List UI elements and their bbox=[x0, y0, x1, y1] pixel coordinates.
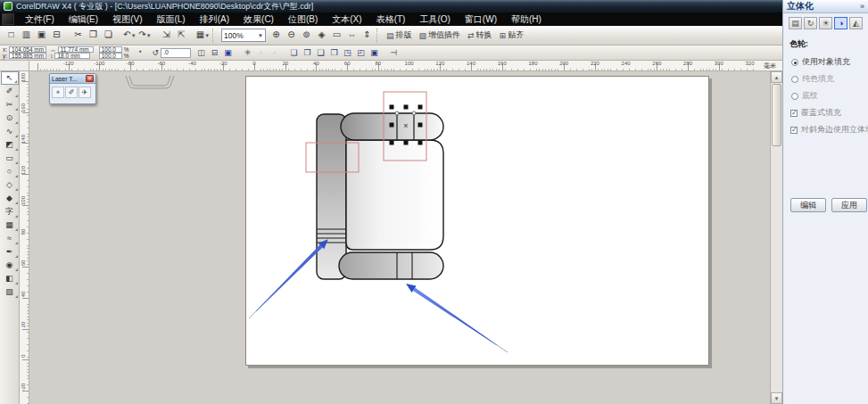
interactive-blend-tool[interactable]: ≈ bbox=[1, 232, 19, 245]
menu-view[interactable]: 视图(V) bbox=[105, 12, 149, 26]
extrude-rotation-tab[interactable]: ↻ bbox=[804, 17, 817, 29]
zoom-out-button[interactable]: ⊖ bbox=[284, 28, 299, 43]
order-backward-button[interactable]: ▣ bbox=[368, 46, 381, 60]
edit-button[interactable]: 编辑 bbox=[790, 198, 826, 212]
zoom-tool[interactable]: ⊙ bbox=[1, 111, 19, 125]
eyedropper-tool[interactable]: ✒ bbox=[1, 245, 19, 259]
object-height-field[interactable]: 18.0 mm bbox=[54, 53, 90, 59]
save-button[interactable]: ▣ bbox=[34, 28, 49, 43]
laser-toolbar-titlebar[interactable]: Laser T... ✕ bbox=[50, 74, 95, 84]
menu-bitmaps[interactable]: 位图(B) bbox=[281, 12, 325, 26]
convert-button[interactable]: ⇄ 转换 bbox=[464, 28, 496, 43]
open-button[interactable]: ▥ bbox=[19, 28, 34, 43]
zoom-in-button[interactable]: ⊕ bbox=[269, 28, 284, 43]
document-menu-icon[interactable] bbox=[2, 13, 14, 25]
y-position-field[interactable]: 155.885 mm bbox=[9, 53, 46, 59]
shading-radio[interactable]: 底纹 bbox=[783, 87, 868, 104]
menu-edit[interactable]: 编辑(E) bbox=[62, 12, 105, 26]
value-added-plugins-button[interactable]: ▧ 增值插件 bbox=[416, 28, 465, 43]
order-to-front-button[interactable]: ❒ bbox=[327, 46, 341, 60]
outline-tool[interactable]: ◉ bbox=[1, 259, 19, 272]
annotation-arrow-left[interactable] bbox=[249, 239, 328, 318]
menu-window[interactable]: 窗口(W) bbox=[458, 12, 504, 26]
typesetting-button[interactable]: ▤ 排版 bbox=[383, 28, 416, 43]
ellipse-tool[interactable]: ○ bbox=[1, 165, 19, 178]
freehand-tool[interactable]: ∿ bbox=[1, 125, 19, 138]
zoom-page-button[interactable]: ▭ bbox=[329, 28, 344, 43]
rotation-angle-field[interactable]: .0 bbox=[161, 48, 191, 58]
rectangle-tool[interactable]: ▭ bbox=[1, 152, 19, 165]
lock-ratio-button[interactable]: ▪ bbox=[136, 47, 145, 58]
cut-button[interactable]: ✂ bbox=[70, 28, 86, 43]
table-tool[interactable]: ▦ bbox=[1, 218, 19, 232]
bevel-extrude-fill-checkbox[interactable]: 对斜角边使用立体填充 bbox=[783, 121, 868, 138]
zoom-all-objects-button[interactable]: ◈ bbox=[314, 28, 329, 43]
extrude-camera-tab[interactable]: ▤ bbox=[789, 17, 802, 29]
laser-tool-button-1[interactable]: ⌖ bbox=[52, 87, 64, 98]
polygon-tool[interactable]: ◇ bbox=[1, 178, 19, 192]
import-button[interactable]: ⇲ bbox=[159, 28, 174, 43]
scroll-down-button[interactable]: ▼ bbox=[771, 392, 782, 404]
extrude-color-tab[interactable]: ◑ bbox=[834, 17, 847, 29]
group-button[interactable]: ❐ bbox=[301, 46, 314, 60]
menu-text[interactable]: 文本(X) bbox=[325, 12, 368, 26]
text-wrap-button[interactable]: ▣ bbox=[221, 46, 235, 60]
weld-button[interactable]: ▫ bbox=[254, 46, 268, 60]
ungroup-button[interactable]: ❑ bbox=[314, 46, 327, 60]
laser-tool-button-3[interactable]: ✈ bbox=[79, 87, 91, 98]
solid-fill-radio[interactable]: 纯色填充 bbox=[783, 70, 868, 87]
menu-table[interactable]: 表格(T) bbox=[369, 12, 413, 26]
pick-tool[interactable]: ↖ bbox=[1, 71, 19, 85]
interactive-fill-tool[interactable]: ▨ bbox=[1, 285, 19, 299]
crop-tool[interactable]: ✂ bbox=[1, 98, 19, 111]
effects-button[interactable]: ✳ bbox=[241, 46, 254, 60]
docker-collapse-icon[interactable]: » bbox=[860, 2, 864, 11]
zoom-page-width-button[interactable]: ⇔ bbox=[344, 28, 360, 43]
undo-button[interactable]: ↶▼ bbox=[122, 28, 137, 43]
basic-shapes-tool[interactable]: ◆ bbox=[1, 192, 19, 205]
laser-tool-button-2[interactable]: ✐ bbox=[65, 87, 78, 98]
horizontal-ruler[interactable]: -120-100-80-60-40-2002040608010012014016… bbox=[29, 61, 757, 71]
vertical-ruler[interactable]: 180160140120100806040200-20 bbox=[20, 71, 29, 404]
menu-help[interactable]: 帮助(H) bbox=[504, 12, 549, 26]
application-launcher-button[interactable]: ▦▼ bbox=[195, 28, 211, 43]
bracket-object[interactable] bbox=[126, 76, 174, 88]
trim-button[interactable]: ▫ bbox=[268, 46, 281, 60]
scrollbar-track[interactable] bbox=[771, 147, 782, 392]
object-width-field[interactable]: 11.774 mm bbox=[58, 46, 94, 53]
order-to-back-button[interactable]: ◳ bbox=[341, 46, 354, 60]
device-body[interactable] bbox=[346, 140, 443, 250]
annotation-arrow-right[interactable] bbox=[406, 284, 508, 352]
dropdown-arrow-icon[interactable]: ▼ bbox=[131, 33, 136, 38]
menu-tools[interactable]: 工具(O) bbox=[412, 12, 457, 26]
paste-button[interactable]: ❏ bbox=[101, 28, 116, 43]
menu-arrange[interactable]: 排列(A) bbox=[193, 12, 236, 26]
laser-floating-toolbar[interactable]: Laser T... ✕ ⌖✐✈ bbox=[49, 73, 96, 104]
drawing-canvas[interactable]: × Laser T... ✕ bbox=[29, 71, 770, 404]
laser-close-button[interactable]: ✕ bbox=[86, 75, 94, 82]
fill-tool[interactable]: ◧ bbox=[1, 272, 19, 285]
drape-fill-checkbox[interactable]: 覆盖式填充 bbox=[783, 104, 868, 121]
docker-titlebar[interactable]: 立体化 » bbox=[783, 0, 868, 13]
scale-x-field[interactable]: 100.0 bbox=[99, 46, 122, 53]
device-bottom-pill[interactable] bbox=[339, 252, 443, 279]
print-button[interactable]: ⊟ bbox=[49, 28, 64, 43]
extrude-lighting-tab[interactable]: ☀ bbox=[819, 17, 832, 29]
smart-fill-tool[interactable]: ◩ bbox=[1, 138, 19, 152]
convert-to-curves-button[interactable]: ⊣ bbox=[387, 46, 401, 60]
snap-align-button[interactable]: ⊞ 贴齐 bbox=[496, 28, 528, 43]
copy-button[interactable]: ❐ bbox=[86, 28, 101, 43]
menu-file[interactable]: 文件(F) bbox=[18, 12, 62, 26]
dropdown-arrow-icon[interactable]: ▼ bbox=[204, 33, 210, 38]
zoom-page-height-button[interactable]: ⇕ bbox=[360, 28, 375, 43]
menu-layout[interactable]: 版面(L) bbox=[149, 12, 192, 26]
scrollbar-thumb[interactable] bbox=[772, 84, 781, 146]
extrude-bevel-tab[interactable]: ◭ bbox=[849, 17, 863, 29]
ruler-origin-button[interactable] bbox=[0, 61, 29, 71]
apply-button[interactable]: 应用 bbox=[831, 198, 867, 212]
export-button[interactable]: ⇱ bbox=[174, 28, 189, 43]
combine-button[interactable]: ❏ bbox=[287, 46, 301, 60]
dropdown-arrow-icon[interactable]: ▼ bbox=[146, 33, 152, 38]
zoom-selected-button[interactable]: ⊚ bbox=[299, 28, 314, 43]
order-forward-button[interactable]: ◰ bbox=[354, 46, 368, 60]
